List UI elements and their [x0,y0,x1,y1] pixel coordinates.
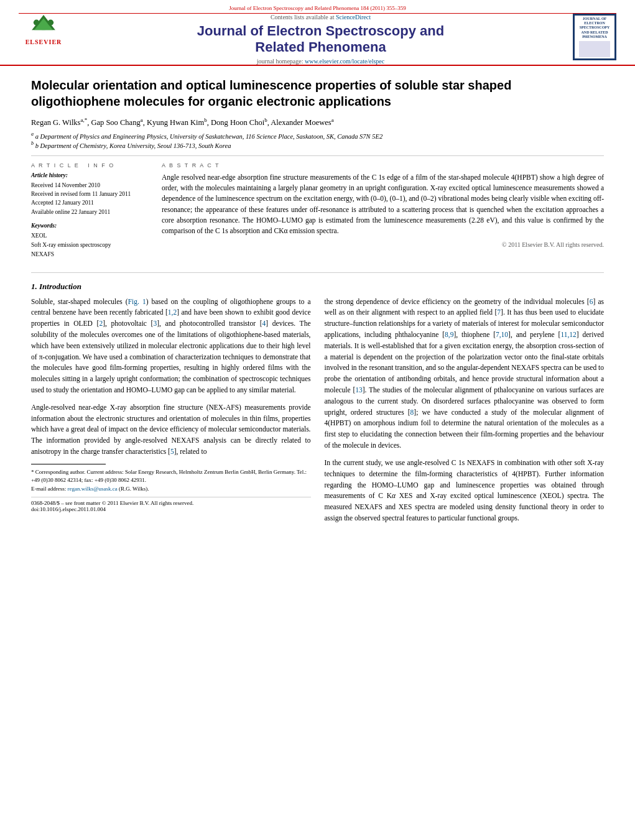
article-content: Molecular orientation and optical lumine… [0,66,635,272]
journal-thumb-inner: JOURNAL OFELECTRONSPECTROSCOPYAND RELATE… [575,16,614,58]
footnote-divider [31,464,106,464]
journal-thumbnail: JOURNAL OFELECTRONSPECTROSCOPYAND RELATE… [573,14,616,60]
keyword-3: NEXAFS [31,250,149,259]
authors: Regan G. Wilksa,*, Gap Soo Changa, Kyung… [31,117,604,127]
article-info-abstract: A R T I C L E I N F O Article history: R… [31,162,604,260]
ref-11-12[interactable]: 11,12 [560,331,576,338]
fig1-link[interactable]: Fig. 1 [128,298,146,305]
ref-8-9[interactable]: 8,9 [445,331,453,338]
ref-7-10[interactable]: 7,10 [496,331,508,338]
article-meta-bar: Journal of Electron Spectroscopy and Rel… [19,4,616,14]
elsevier-tree-icon [25,14,62,37]
contents-line: Contents lists available at ScienceDirec… [75,14,567,21]
author-chang: Gap Soo Chang [91,118,140,127]
body-two-col: Soluble, star-shaped molecules (Fig. 1) … [31,297,604,530]
svg-point-3 [34,20,40,26]
email-link[interactable]: regan.wilks@usask.ca [67,486,117,492]
ref-3[interactable]: 3 [153,320,157,327]
svg-rect-5 [26,30,62,37]
author-wilks: Regan G. Wilks [31,118,80,127]
received-date: Received 14 November 2010 [31,181,149,190]
body-para-3: the strong dependence of device efficien… [325,297,605,451]
body-para-2: Angle-resolved near-edge X-ray absorptio… [31,402,311,458]
keyword-1: XEOL [31,231,149,241]
body-para-4: In the current study, we use angle-resol… [325,458,605,524]
page: Journal of Electron Spectroscopy and Rel… [0,0,635,840]
available-date: Available online 22 January 2011 [31,208,149,216]
elsevier-label: ELSEVIER [25,39,62,45]
ref-6[interactable]: 6 [590,298,593,305]
article-info-section-label: A R T I C L E I N F O [31,162,149,168]
ref-7[interactable]: 7 [497,308,501,316]
elsevier-logo: ELSEVIER [19,14,68,48]
article-title: Molecular orientation and optical lumine… [31,77,604,109]
copyright-doi-line1: 0368-2048/$ – see front matter © 2011 El… [31,500,311,506]
section-divider [31,155,604,156]
doi-link[interactable]: doi:10.1016/j.elspec.2011.01.004 [31,506,311,512]
body-para-1: Soluble, star-shaped molecules (Fig. 1) … [31,297,311,396]
sciencedirect-link[interactable]: ScienceDirect [336,14,371,21]
affiliation-b: b b Department of Chemistry, Korea Unive… [31,141,604,149]
ref-13[interactable]: 13 [355,386,363,394]
ref-5[interactable]: 5 [170,448,174,455]
keywords-label: Keywords: [31,223,149,229]
revised-date: Received in revised form 11 January 2011 [31,190,149,198]
author-choi: Dong Hoon Choi [211,118,264,127]
ref-1[interactable]: 1,2 [168,308,177,316]
journal-homepage: journal homepage: www.elsevier.com/locat… [75,58,567,65]
doi-bar: 0368-2048/$ – see front matter © 2011 El… [31,497,311,512]
accepted-date: Accepted 12 January 2011 [31,198,149,207]
svg-point-4 [48,20,54,26]
article-info-col: A R T I C L E I N F O Article history: R… [31,162,149,260]
ref-2[interactable]: 2 [99,320,103,327]
body-right-col: the strong dependence of device efficien… [325,297,605,530]
footnote-email: E-mail address: regan.wilks@usask.ca (R.… [31,485,311,494]
keyword-2: Soft X-ray emission spectroscopy [31,241,149,250]
section1-heading: 1. Introduction [31,282,604,292]
copyright-notice: © 2011 Elsevier B.V. All rights reserved… [162,241,604,248]
affiliation-a: a a Department of Physics and Engineerin… [31,131,604,140]
footnote-star: * Corresponding author. Current address:… [31,468,311,485]
ref-8b[interactable]: 8 [410,408,414,416]
homepage-link[interactable]: www.elsevier.com/locate/elspec [305,58,384,65]
abstract-section-label: A B S T R A C T [162,162,604,168]
ref-4[interactable]: 4 [262,320,266,327]
abstract-col: A B S T R A C T Angle resolved near-edge… [162,162,604,260]
article-history-label: Article history: [31,172,149,178]
journal-center: Contents lists available at ScienceDirec… [68,14,573,65]
body-left-col: Soluble, star-shaped molecules (Fig. 1) … [31,297,311,530]
journal-title: Journal of Electron Spectroscopy and Rel… [75,23,567,56]
journal-header: Journal of Electron Spectroscopy and Rel… [0,0,635,66]
author-kim: Kyung Hwan Kim [147,118,204,127]
body-content: 1. Introduction Soluble, star-shaped mol… [0,273,635,543]
author-moewes: Alexander Moewes [271,118,331,127]
abstract-text: Angle resolved near-edge absorption fine… [162,172,604,237]
